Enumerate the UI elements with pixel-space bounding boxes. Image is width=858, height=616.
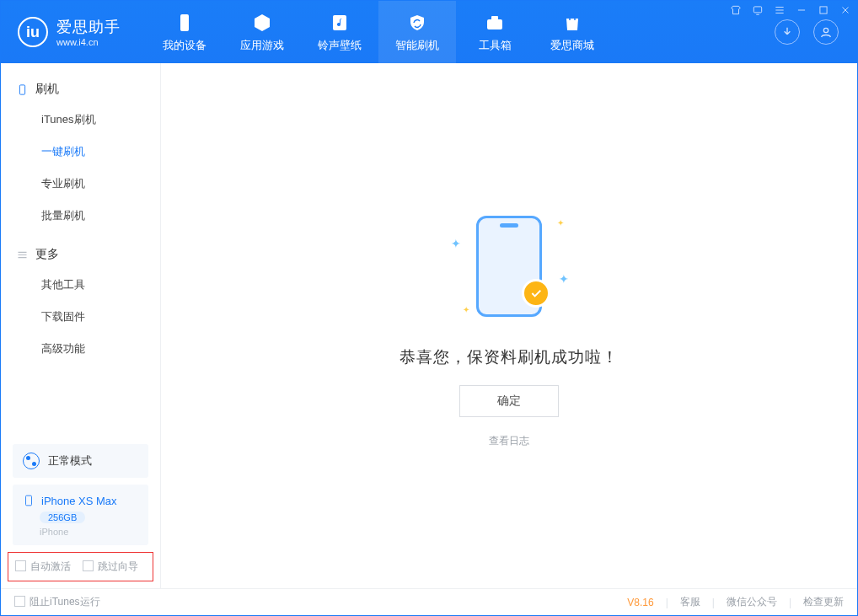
svg-rect-2 (487, 19, 502, 29)
svg-rect-3 (491, 16, 498, 20)
tab-smart-flash[interactable]: 智能刷机 (378, 1, 456, 63)
header-actions (775, 19, 849, 45)
tab-label: 我的设备 (163, 38, 206, 53)
tab-ringtones-wallpapers[interactable]: 铃声壁纸 (301, 1, 378, 63)
view-log-link[interactable]: 查看日志 (489, 434, 529, 448)
device-card[interactable]: iPhone XS Max 256GB iPhone (13, 485, 148, 545)
main-content: ✦ ✦ ✦ ✦ 恭喜您，保资料刷机成功啦！ 确定 查看日志 (161, 63, 857, 588)
sidebar-section-label: 更多 (35, 247, 59, 262)
sidebar-section-more: 更多 (1, 240, 160, 269)
checkbox-block-itunes[interactable]: 阻止iTunes运行 (14, 595, 100, 609)
sidebar-item-oneclick-flash[interactable]: 一键刷机 (1, 136, 160, 168)
toolbox-icon (484, 12, 506, 34)
version-label: V8.16 (627, 597, 653, 608)
svg-rect-6 (820, 7, 827, 13)
svg-rect-0 (180, 14, 189, 31)
cube-icon (251, 12, 273, 34)
device-storage-badge: 256GB (40, 512, 85, 523)
brand-name: 爱思助手 (56, 17, 121, 37)
ok-button[interactable]: 确定 (459, 385, 559, 417)
phone-icon (174, 12, 196, 34)
sparkle-icon: ✦ (559, 272, 569, 286)
brand-logo: iu 爱思助手 www.i4.cn (18, 17, 121, 47)
download-button[interactable] (775, 19, 800, 45)
main-tabs: 我的设备 应用游戏 铃声壁纸 智能刷机 工具箱 (146, 1, 611, 63)
sparkle-icon: ✦ (451, 237, 461, 250)
device-name: iPhone XS Max (41, 495, 117, 507)
mode-icon (23, 453, 40, 469)
phone-outline-icon (23, 493, 35, 508)
svg-rect-7 (19, 84, 24, 94)
sparkle-icon: ✦ (557, 218, 564, 228)
sidebar-bottom: 正常模式 iPhone XS Max 256GB iPhone 自动激活 跳过向… (1, 437, 160, 588)
sidebar-item-other-tools[interactable]: 其他工具 (1, 269, 160, 301)
device-outline-icon (16, 83, 29, 96)
checkbox-auto-activate[interactable]: 自动激活 (15, 560, 71, 574)
checkbox-label: 跳过向导 (98, 560, 138, 572)
tab-toolbox[interactable]: 工具箱 (456, 1, 534, 63)
logo-icon: iu (18, 17, 48, 47)
svg-rect-8 (26, 495, 32, 506)
checkbox-icon (15, 560, 26, 571)
success-illustration: ✦ ✦ ✦ ✦ (446, 203, 572, 329)
support-link[interactable]: 客服 (680, 595, 700, 609)
tab-label: 智能刷机 (395, 38, 439, 53)
checkbox-icon (83, 560, 94, 571)
checkbox-label: 阻止iTunes运行 (29, 596, 100, 608)
check-update-link[interactable]: 检查更新 (803, 595, 844, 609)
tab-label: 爱思商城 (550, 38, 594, 53)
window-controls (729, 4, 852, 16)
minimize-button[interactable] (795, 4, 808, 16)
device-mode-label: 正常模式 (48, 453, 92, 469)
tab-label: 应用游戏 (240, 38, 284, 53)
music-note-icon (329, 12, 351, 34)
tab-my-device[interactable]: 我的设备 (146, 1, 223, 63)
sidebar: 刷机 iTunes刷机 一键刷机 专业刷机 批量刷机 更多 其他工具 下载固件 … (1, 63, 161, 588)
flash-options-box: 自动激活 跳过向导 (8, 552, 153, 581)
device-type: iPhone (40, 527, 68, 537)
sidebar-section-label: 刷机 (35, 82, 59, 97)
sidebar-item-pro-flash[interactable]: 专业刷机 (1, 168, 160, 200)
list-icon (16, 249, 29, 261)
sidebar-item-batch-flash[interactable]: 批量刷机 (1, 200, 160, 232)
tab-label: 工具箱 (479, 38, 512, 53)
account-button[interactable] (813, 19, 839, 45)
brand-url: www.i4.cn (56, 37, 121, 47)
checkbox-label: 自动激活 (30, 560, 71, 572)
tab-apps-games[interactable]: 应用游戏 (223, 1, 301, 63)
divider: | (666, 597, 668, 608)
wechat-link[interactable]: 微信公众号 (727, 595, 777, 609)
sidebar-item-itunes-flash[interactable]: iTunes刷机 (1, 104, 160, 136)
tab-aisi-store[interactable]: 爱思商城 (534, 1, 611, 63)
refresh-shield-icon (406, 12, 428, 34)
shopping-bag-icon (561, 12, 583, 34)
check-badge-icon (522, 279, 550, 308)
skin-icon[interactable] (729, 4, 743, 16)
checkbox-icon (14, 596, 25, 607)
device-mode-card[interactable]: 正常模式 (13, 444, 148, 478)
tab-label: 铃声壁纸 (318, 38, 362, 53)
success-message: 恭喜您，保资料刷机成功啦！ (400, 346, 619, 368)
sidebar-item-download-firmware[interactable]: 下载固件 (1, 301, 160, 333)
checkbox-skip-guide[interactable]: 跳过向导 (83, 560, 138, 574)
app-body: 刷机 iTunes刷机 一键刷机 专业刷机 批量刷机 更多 其他工具 下载固件 … (1, 63, 857, 588)
menu-icon[interactable] (773, 4, 786, 16)
maximize-button[interactable] (817, 4, 830, 16)
divider: | (712, 597, 715, 608)
sparkle-icon: ✦ (463, 305, 469, 314)
divider: | (789, 597, 791, 608)
svg-point-4 (823, 28, 828, 32)
close-button[interactable] (839, 4, 852, 16)
status-bar: 阻止iTunes运行 V8.16 | 客服 | 微信公众号 | 检查更新 (1, 588, 857, 615)
feedback-icon[interactable] (751, 4, 764, 16)
sidebar-section-flash: 刷机 (1, 75, 160, 104)
app-header: iu 爱思助手 www.i4.cn 我的设备 应用游戏 铃声壁纸 (1, 1, 857, 63)
svg-rect-5 (753, 7, 761, 13)
sidebar-item-advanced[interactable]: 高级功能 (1, 333, 160, 365)
